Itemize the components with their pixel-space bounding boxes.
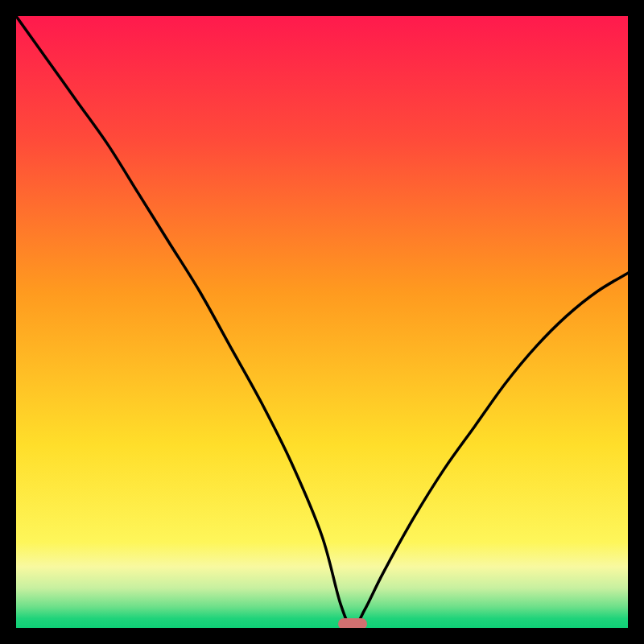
- plot-area: TheBottleneck.com: [16, 16, 628, 628]
- bottleneck-curve: [16, 16, 628, 628]
- optimal-point-marker: [338, 618, 367, 628]
- chart-frame: TheBottleneck.com: [8, 8, 636, 636]
